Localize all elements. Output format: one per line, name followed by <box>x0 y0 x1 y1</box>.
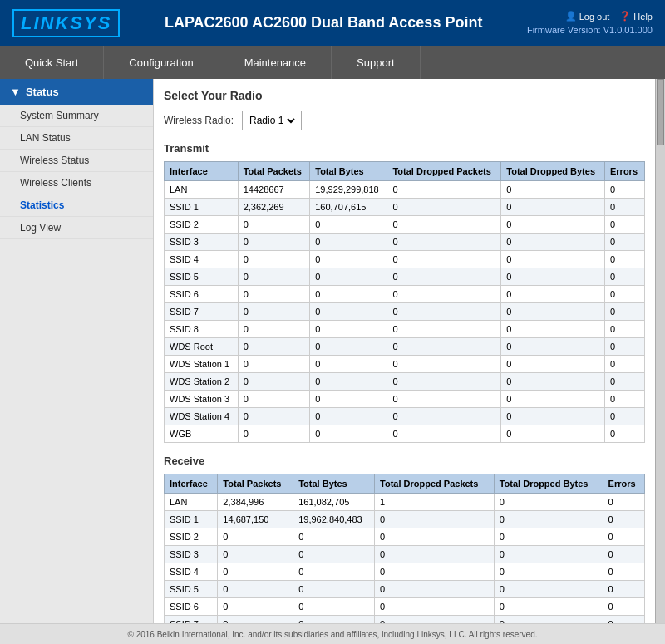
radio-select-container: Radio 1 <box>242 111 302 130</box>
col-errors-rx: Errors <box>603 474 644 494</box>
table-row: SSID 500000 <box>165 268 645 286</box>
logout-link[interactable]: 👤 Log out <box>565 11 610 22</box>
table-row: WDS Station 200000 <box>165 373 645 391</box>
table-row: LAN2,384,996161,082,705100 <box>165 494 645 511</box>
receive-title: Receive <box>164 455 645 467</box>
scroll-track[interactable] <box>655 79 665 623</box>
sidebar: ▼ Status System Summary LAN Status Wirel… <box>0 79 154 623</box>
sidebar-item-log-view[interactable]: Log View <box>0 217 153 239</box>
table-row: SSID 12,362,269160,707,615000 <box>165 199 645 216</box>
sidebar-item-lan-status[interactable]: LAN Status <box>0 127 153 150</box>
table-row: SSID 700000 <box>165 303 645 321</box>
sidebar-item-system-summary[interactable]: System Summary <box>0 105 153 127</box>
header: LINKSYS LAPAC2600 AC2600 Dual Band Acces… <box>0 0 665 46</box>
scroll-thumb[interactable] <box>657 79 664 145</box>
header-right: 👤 Log out ❓ Help Firmware Version: V1.0.… <box>527 11 653 35</box>
table-row: SSID 300000 <box>165 546 645 563</box>
content-area: Select Your Radio Wireless Radio: Radio … <box>154 79 655 623</box>
table-row: SSID 200000 <box>165 528 645 546</box>
table-row: SSID 600000 <box>165 598 645 616</box>
nav-configuration[interactable]: Configuration <box>104 46 219 79</box>
transmit-table: Interface Total Packets Total Bytes Tota… <box>164 161 645 443</box>
table-row: SSID 800000 <box>165 321 645 338</box>
table-row: LAN1442866719,929,299,818000 <box>165 181 645 199</box>
user-icon: 👤 <box>565 11 577 22</box>
help-icon: ❓ <box>619 11 631 22</box>
transmit-title: Transmit <box>164 142 645 155</box>
table-row: SSID 400000 <box>165 563 645 581</box>
col-total-bytes-tx: Total Bytes <box>310 162 387 181</box>
navigation-bar: Quick Start Configuration Maintenance Su… <box>0 46 665 79</box>
table-row: WDS Station 100000 <box>165 356 645 373</box>
radio-row: Wireless Radio: Radio 1 <box>164 111 645 130</box>
wireless-radio-label: Wireless Radio: <box>164 115 234 126</box>
table-row: SSID 700000 <box>165 616 645 624</box>
table-row: SSID 300000 <box>165 234 645 251</box>
table-row: SSID 600000 <box>165 286 645 303</box>
sidebar-item-wireless-clients[interactable]: Wireless Clients <box>0 172 153 194</box>
sidebar-item-wireless-status[interactable]: Wireless Status <box>0 150 153 172</box>
sidebar-header[interactable]: ▼ Status <box>0 79 153 105</box>
col-interface-rx: Interface <box>165 474 218 494</box>
table-row: WDS Station 400000 <box>165 408 645 425</box>
nav-support[interactable]: Support <box>332 46 421 79</box>
table-row: SSID 114,687,15019,962,840,483000 <box>165 511 645 528</box>
table-row: SSID 500000 <box>165 581 645 598</box>
col-dropped-bytes-tx: Total Dropped Bytes <box>501 162 605 181</box>
section-title: Select Your Radio <box>164 89 645 102</box>
main-layout: ▼ Status System Summary LAN Status Wirel… <box>0 79 665 623</box>
footer-text: © 2016 Belkin International, Inc. and/or… <box>127 630 537 639</box>
radio-select[interactable]: Radio 1 <box>246 114 298 127</box>
sidebar-item-statistics[interactable]: Statistics <box>0 194 153 217</box>
col-errors-tx: Errors <box>605 162 645 181</box>
arrow-icon: ▼ <box>10 86 21 98</box>
col-dropped-bytes-rx: Total Dropped Bytes <box>494 474 603 494</box>
table-row: WDS Root00000 <box>165 338 645 356</box>
nav-quick-start[interactable]: Quick Start <box>0 46 104 79</box>
table-row: SSID 200000 <box>165 216 645 234</box>
help-link[interactable]: ❓ Help <box>619 11 653 22</box>
table-row: WDS Station 300000 <box>165 391 645 408</box>
logo: LINKSYS <box>12 9 120 37</box>
page-title: LAPAC2600 AC2600 Dual Band Access Point <box>165 14 482 32</box>
col-total-bytes-rx: Total Bytes <box>293 474 375 494</box>
col-dropped-packets-tx: Total Dropped Packets <box>387 162 501 181</box>
footer: © 2016 Belkin International, Inc. and/or… <box>0 623 665 644</box>
col-total-packets-tx: Total Packets <box>238 162 310 181</box>
col-total-packets-rx: Total Packets <box>218 474 293 494</box>
nav-maintenance[interactable]: Maintenance <box>219 46 332 79</box>
col-interface-tx: Interface <box>165 162 239 181</box>
table-row: SSID 400000 <box>165 251 645 268</box>
col-dropped-packets-rx: Total Dropped Packets <box>375 474 495 494</box>
firmware-version: Firmware Version: V1.0.01.000 <box>527 25 653 35</box>
receive-table: Interface Total Packets Total Bytes Tota… <box>164 474 645 623</box>
header-links: 👤 Log out ❓ Help <box>565 11 653 22</box>
table-row: WGB00000 <box>165 425 645 443</box>
